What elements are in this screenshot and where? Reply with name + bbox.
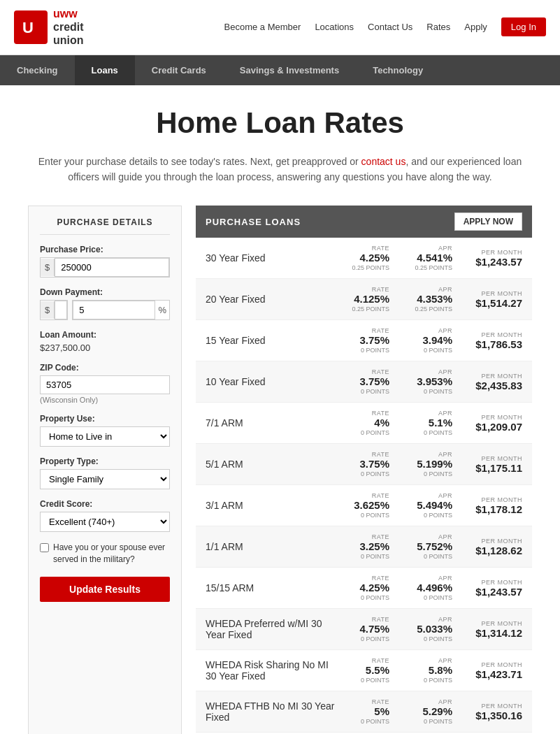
rate-block: RATE 3.25% 0 POINTS <box>340 533 389 560</box>
apply-now-button[interactable]: APPLY NOW <box>454 213 522 231</box>
nav-credit-cards[interactable]: Credit Cards <box>135 55 223 85</box>
contact-us-link[interactable]: Contact Us <box>368 22 412 32</box>
per-month-block: PER MONTH $1,350.16 <box>466 703 522 721</box>
property-use-select[interactable]: Home to Live in Investment Property Seco… <box>40 426 170 447</box>
apply-link[interactable]: Apply <box>464 22 487 32</box>
per-month-block: PER MONTH $1,178.12 <box>466 496 522 515</box>
apr-label: APR <box>403 657 452 664</box>
per-month-value: $1,350.16 <box>466 710 522 721</box>
per-month-label: PER MONTH <box>466 249 522 256</box>
logo-icon: U <box>14 10 48 44</box>
apr-value: 5.752% <box>403 540 452 552</box>
down-payment-row: $ % <box>40 300 170 320</box>
apr-label: APR <box>403 616 452 623</box>
zip-label: ZIP Code: <box>40 363 170 373</box>
purchase-price-prefix: $ <box>41 259 55 276</box>
loan-name: WHEDA FTHB No MI 30 Year Fixed <box>206 700 340 723</box>
loan-name: WHEDA Preferred w/MI 30 Year Fixed <box>206 618 340 640</box>
zip-input[interactable] <box>40 375 170 394</box>
logo[interactable]: U uww credit union <box>14 7 84 48</box>
rate-value: 4.75% <box>340 623 389 635</box>
loan-name: 5/1 ARM <box>206 459 340 470</box>
main-layout: PURCHASE DETAILS Purchase Price: $ Down … <box>28 206 532 734</box>
apr-label: APR <box>403 575 452 582</box>
loans-table-header: PURCHASE LOANS APPLY NOW <box>196 206 532 238</box>
per-month-block: PER MONTH $1,243.57 <box>466 249 522 268</box>
per-month-value: $1,423.71 <box>466 668 522 680</box>
rate-label: RATE <box>340 451 389 458</box>
nav-savings[interactable]: Savings & Investments <box>223 55 356 85</box>
loan-stats: RATE 4.75% 0 POINTS APR 5.033% 0 POINTS … <box>340 616 522 642</box>
apr-value: 5.033% <box>403 623 452 635</box>
per-month-block: PER MONTH $1,243.57 <box>466 579 522 598</box>
loan-amount-label: Loan Amount: <box>40 330 170 340</box>
apr-block: APR 5.494% 0 POINTS <box>403 492 452 519</box>
rate-label: RATE <box>340 657 389 664</box>
per-month-label: PER MONTH <box>466 579 522 586</box>
apr-points: 0 POINTS <box>403 347 452 354</box>
rate-points: 0 POINTS <box>340 718 389 725</box>
nav-loans[interactable]: Loans <box>75 55 135 85</box>
rate-label: RATE <box>340 698 389 705</box>
credit-score-select[interactable]: Excellent (740+) Good (720-739) Fair (68… <box>40 512 170 532</box>
apr-value: 4.541% <box>403 252 452 264</box>
locations-link[interactable]: Locations <box>315 22 354 32</box>
loan-stats: RATE 5.5% 0 POINTS APR 5.8% 0 POINTS PER… <box>340 657 522 684</box>
down-payment-input[interactable] <box>55 301 67 319</box>
loan-name: WHEDA Risk Sharing No MI 30 Year Fixed <box>206 659 340 682</box>
military-checkbox[interactable] <box>40 543 49 552</box>
nav-technology[interactable]: Technology <box>356 55 440 85</box>
apr-block: APR 5.033% 0 POINTS <box>403 616 452 642</box>
rate-points: 0 POINTS <box>340 470 389 477</box>
down-payment-pct-input[interactable] <box>73 301 155 319</box>
per-month-label: PER MONTH <box>466 661 522 668</box>
apr-block: APR 4.541% 0.25 POINTS <box>403 245 452 271</box>
down-payment-label: Down Payment: <box>40 287 170 297</box>
apr-value: 5.8% <box>403 664 452 676</box>
per-month-value: $1,209.07 <box>466 421 522 433</box>
per-month-value: $1,128.62 <box>466 545 522 556</box>
apr-value: 5.199% <box>403 458 452 470</box>
purchase-price-input[interactable] <box>55 258 169 277</box>
main-nav: Checking Loans Credit Cards Savings & In… <box>0 55 560 85</box>
rate-block: RATE 3.75% 0 POINTS <box>340 368 389 395</box>
apr-label: APR <box>403 286 452 293</box>
rate-points: 0 POINTS <box>340 388 389 395</box>
per-month-block: PER MONTH $1,514.27 <box>466 290 522 309</box>
logo-text: uww credit union <box>53 7 84 48</box>
apr-label: APR <box>403 245 452 252</box>
rate-value: 4% <box>340 417 389 429</box>
rates-link[interactable]: Rates <box>426 22 450 32</box>
loan-amount-group: Loan Amount: $237,500.00 <box>40 330 170 353</box>
apr-points: 0 POINTS <box>403 470 452 477</box>
per-month-label: PER MONTH <box>466 290 522 297</box>
apr-points: 0.25 POINTS <box>403 305 452 312</box>
per-month-label: PER MONTH <box>466 620 522 627</box>
property-type-select[interactable]: Single Family Condo Multi-Family <box>40 469 170 489</box>
rate-value: 4.25% <box>340 252 389 264</box>
rate-value: 3.75% <box>340 334 389 346</box>
page-content: Home Loan Rates Enter your purchase deta… <box>0 85 560 734</box>
header-nav: Become a Member Locations Contact Us Rat… <box>224 17 546 36</box>
loan-stats: RATE 3.25% 0 POINTS APR 5.752% 0 POINTS … <box>340 533 522 560</box>
purchase-details-panel: PURCHASE DETAILS Purchase Price: $ Down … <box>28 206 182 734</box>
login-button[interactable]: Log In <box>501 17 546 36</box>
apr-label: APR <box>403 410 452 417</box>
apr-value: 3.94% <box>403 334 452 346</box>
loan-amount-value: $237,500.00 <box>40 343 170 353</box>
per-month-block: PER MONTH $1,423.71 <box>466 661 522 680</box>
per-month-value: $1,786.53 <box>466 338 522 350</box>
rate-value: 5.5% <box>340 664 389 676</box>
property-use-group: Property Use: Home to Live in Investment… <box>40 414 170 447</box>
update-results-button[interactable]: Update Results <box>40 577 170 602</box>
page-description: Enter your purchase details to see today… <box>28 154 532 185</box>
nav-checking[interactable]: Checking <box>0 55 75 85</box>
loan-row: 30 Year Fixed RATE 4.25% 0.25 POINTS APR… <box>196 238 532 279</box>
contact-us-inline-link[interactable]: contact us <box>361 156 406 167</box>
become-member-link[interactable]: Become a Member <box>224 22 301 32</box>
down-payment-input-wrapper: $ <box>40 300 68 320</box>
apr-value: 3.953% <box>403 375 452 387</box>
down-payment-pct-wrapper: % <box>72 300 170 320</box>
rate-label: RATE <box>340 492 389 499</box>
apr-points: 0 POINTS <box>403 677 452 684</box>
